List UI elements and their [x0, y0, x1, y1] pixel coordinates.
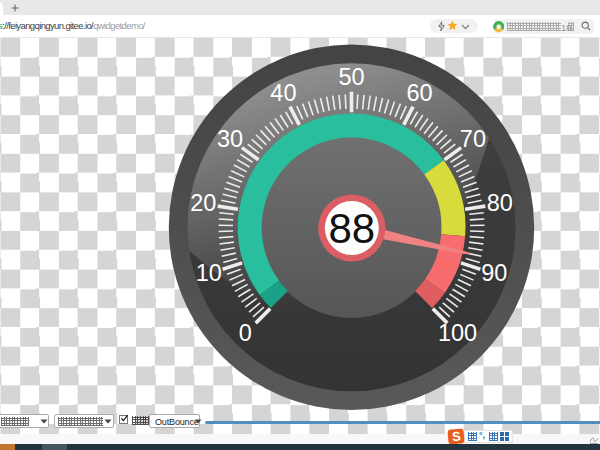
svg-text:50: 50	[338, 64, 364, 90]
svg-text:88: 88	[328, 205, 375, 252]
svg-text:0: 0	[239, 320, 252, 346]
svg-text:10: 10	[196, 260, 222, 286]
svg-text:80: 80	[487, 190, 513, 216]
svg-text:60: 60	[407, 80, 433, 106]
svg-text:40: 40	[270, 80, 296, 106]
svg-text:100: 100	[438, 320, 477, 346]
svg-text:20: 20	[190, 190, 216, 216]
svg-text:30: 30	[217, 126, 243, 152]
svg-text:70: 70	[460, 126, 486, 152]
svg-text:90: 90	[481, 260, 507, 286]
